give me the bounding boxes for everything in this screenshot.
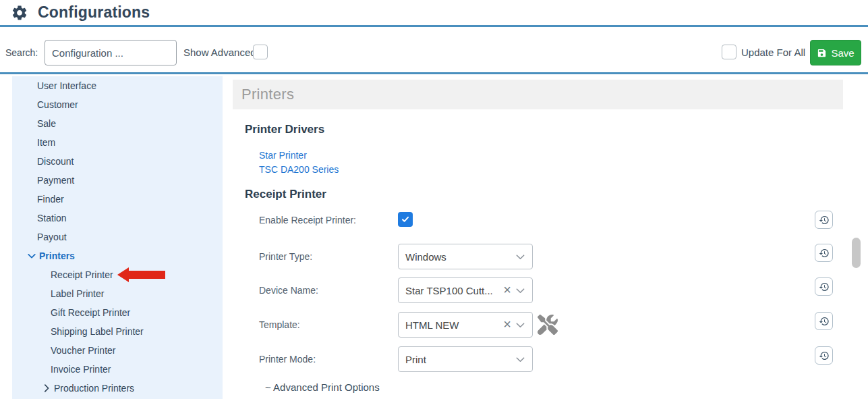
history-icon [819,248,830,259]
sidebar-item-label-printer[interactable]: Label Printer [12,284,223,303]
reset-printer-type-button[interactable] [815,244,833,262]
reset-enable-receipt-printer-button[interactable] [815,211,833,229]
device-name-label: Device Name: [259,285,394,296]
tools-icon[interactable] [538,315,558,335]
update-for-all-label: Update For All [741,47,805,58]
printer-type-select[interactable]: Windows [398,244,533,269]
sidebar-item-customer[interactable]: Customer [12,95,223,114]
page-title: Configurations [38,3,150,22]
configurations-page: Configurations Search: Show Advanced Upd… [0,0,868,399]
sidebar-item-label: User Interface [37,80,96,91]
sidebar-item-label: Customer [37,99,78,110]
driver-link-tsc-da200[interactable]: TSC DA200 Series [259,164,339,175]
device-name-select[interactable]: Star TSP100 Cutt... × [398,277,533,303]
sidebar-item-user-interface[interactable]: User Interface [12,76,223,95]
sidebar-item-label: Item [37,137,55,148]
sidebar-item-label: Label Printer [51,288,104,299]
sidebar-item-label: Printers [39,250,75,261]
chevron-down-icon[interactable] [515,354,525,365]
sidebar-item-receipt-printer[interactable]: Receipt Printer [12,265,223,284]
sidebar-item-label: Payment [37,175,74,186]
printer-type-value: Windows [399,251,515,263]
sidebar-item-production-printers[interactable]: Production Printers [12,379,223,398]
update-for-all-checkbox[interactable] [722,45,736,59]
chevron-right-icon [42,383,51,393]
sidebar-item-label: Payout [37,232,67,242]
save-button-label: Save [831,47,854,59]
sidebar-item-label: Invoice Printer [51,364,111,375]
config-nav-sidebar: User Interface Customer Sale Item Discou… [12,76,223,399]
sidebar-item-payment[interactable]: Payment [12,171,223,190]
floppy-disk-icon [817,48,827,58]
chevron-down-icon[interactable] [515,252,525,262]
sidebar-item-payout[interactable]: Payout [12,228,223,246]
template-label: Template: [259,319,394,330]
sidebar-item-label: Sale [37,118,56,129]
sidebar-item-label: Shipping Label Printer [51,326,144,337]
reset-template-button[interactable] [815,312,833,330]
reset-printer-mode-button[interactable] [815,346,833,365]
sidebar-item-finder[interactable]: Finder [12,190,223,209]
show-advanced-label: Show Advanced [183,47,256,58]
red-arrow-left-icon [117,267,165,282]
sidebar-item-sale[interactable]: Sale [12,114,223,133]
printer-mode-value: Print [399,354,515,365]
chevron-down-icon [27,251,36,261]
gear-icon [11,4,28,22]
template-value: HTML NEW [399,319,503,331]
search-label: Search: [5,47,38,58]
sidebar-item-invoice-printer[interactable]: Invoice Printer [12,360,223,379]
driver-link-star-printer[interactable]: Star Printer [259,150,307,161]
page-header: Configurations [0,0,868,27]
history-icon [819,350,830,361]
sidebar-item-voucher-printer[interactable]: Voucher Printer [12,341,223,360]
sidebar-item-shipping-label-printer[interactable]: Shipping Label Printer [12,322,223,341]
sidebar-item-label: Production Printers [54,383,134,394]
chevron-down-icon[interactable] [515,320,525,330]
template-select[interactable]: HTML NEW × [398,312,533,338]
sidebar-item-station[interactable]: Station [12,209,223,228]
sidebar-item-gift-receipt-printer[interactable]: Gift Receipt Printer [12,303,223,322]
sidebar-item-label: Receipt Printer [51,269,113,280]
printer-type-label: Printer Type: [259,251,394,262]
sidebar-item-label: Discount [37,156,74,167]
sidebar-item-printers[interactable]: Printers [12,246,223,265]
advanced-print-options-toggle[interactable]: ~ Advanced Print Options [265,381,380,393]
x-icon[interactable]: × [503,283,511,296]
printer-drivers-heading: Printer Drivers [245,123,324,136]
sidebar-item-discount[interactable]: Discount [12,152,223,171]
enable-receipt-printer-label: Enable Receipt Printer: [259,215,394,225]
sidebar-item-label: Station [37,213,67,223]
receipt-printer-heading: Receipt Printer [245,188,326,201]
device-name-value: Star TSP100 Cutt... [399,285,503,296]
x-icon[interactable]: × [503,317,511,331]
chevron-down-icon[interactable] [515,286,525,296]
enable-receipt-printer-checkbox[interactable] [398,212,413,227]
printer-mode-label: Printer Mode: [259,354,394,365]
sidebar-item-label: Gift Receipt Printer [51,307,130,318]
panel-header: Printers [233,80,843,109]
history-icon [819,282,830,292]
history-icon [819,316,830,327]
check-icon [401,215,410,224]
printer-mode-select[interactable]: Print [398,346,533,372]
panel-title: Printers [241,86,294,103]
reset-device-name-button[interactable] [815,277,833,296]
sidebar-item-label: Voucher Printer [51,345,116,356]
show-advanced-checkbox[interactable] [253,45,268,59]
save-button[interactable]: Save [810,40,861,65]
sidebar-item-item[interactable]: Item [12,133,223,152]
search-input[interactable] [45,40,177,65]
vertical-scrollbar-thumb[interactable] [852,238,861,268]
history-icon [819,215,830,225]
sidebar-item-label: Finder [37,194,64,205]
